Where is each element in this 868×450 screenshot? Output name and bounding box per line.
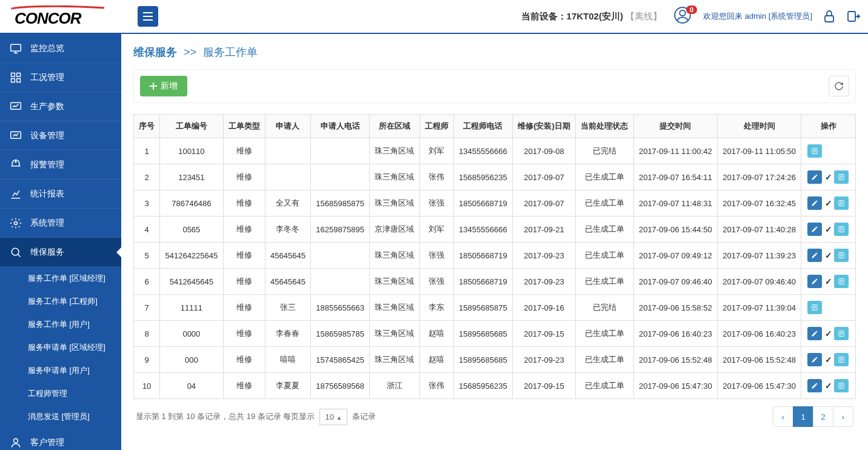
nav-item-7[interactable]: 维保服务 <box>0 238 121 267</box>
nav-label: 设备管理 <box>30 130 64 141</box>
cell: 2017-09-07 16:54:11 <box>633 164 717 190</box>
cell: 珠三角区域 <box>370 138 419 164</box>
cell: 珠三角区域 <box>370 295 419 321</box>
edit-button[interactable] <box>807 327 822 340</box>
cell: 10 <box>134 373 160 399</box>
edit-button[interactable] <box>807 353 822 366</box>
user-avatar[interactable]: 0 <box>674 7 693 26</box>
edit-button[interactable] <box>807 275 822 288</box>
menu-toggle-button[interactable] <box>138 6 158 27</box>
cell: 2017-09-07 11:39:04 <box>718 295 801 321</box>
nav-label: 工况管理 <box>30 72 64 83</box>
sub-nav-item-6[interactable]: 消息发送 [管理员] <box>0 405 121 428</box>
caret-up-icon: ▲ <box>336 415 342 421</box>
nav-item-5[interactable]: 统计报表 <box>0 180 121 209</box>
view-button[interactable] <box>834 379 849 392</box>
cell: 张强 <box>419 269 453 295</box>
cell: 18756589568 <box>311 373 370 399</box>
view-button[interactable] <box>834 327 849 340</box>
cell: 123451 <box>160 164 223 190</box>
cell: 李春春 <box>265 321 310 347</box>
nav-label: 统计报表 <box>30 189 64 200</box>
page-size-select[interactable]: 10▲ <box>319 409 347 425</box>
cell: 13455556666 <box>453 217 512 243</box>
logo-image: CONCOR <box>7 5 129 27</box>
page-button[interactable]: › <box>833 406 853 427</box>
edit-button[interactable] <box>807 379 822 392</box>
edit-button[interactable] <box>807 170 822 184</box>
cell: 珠三角区域 <box>370 190 419 217</box>
edit-button[interactable] <box>807 249 822 262</box>
service-icon <box>10 246 22 258</box>
check-icon: ✓ <box>823 172 834 182</box>
lock-icon[interactable] <box>822 9 836 24</box>
sub-nav-item-3[interactable]: 服务申请单 [区域经理] <box>0 336 121 359</box>
logout-icon[interactable] <box>846 9 861 24</box>
nav-label: 维保服务 <box>30 247 64 258</box>
nav-item-3[interactable]: 设备管理 <box>0 121 121 150</box>
table-footer: 显示第 1 到第 10 条记录，总共 19 条记录 每页显示 10▲ 条记录 ‹… <box>133 399 856 434</box>
cell <box>311 164 370 190</box>
svg-text:CONCOR: CONCOR <box>15 9 82 27</box>
cell: 维修 <box>223 347 265 373</box>
device-icon <box>10 130 22 142</box>
nav-item-6[interactable]: 系统管理 <box>0 209 121 238</box>
add-button-label: 新增 <box>161 81 178 92</box>
add-button[interactable]: 新增 <box>140 76 187 96</box>
sub-nav-item-4[interactable]: 服务申请单 [用户] <box>0 359 121 382</box>
cell: 0000 <box>160 321 223 347</box>
monitor-icon <box>10 42 22 55</box>
page-button[interactable]: 1 <box>793 406 813 427</box>
cell: 15745865425 <box>311 347 370 373</box>
edit-button[interactable] <box>807 196 822 210</box>
svg-rect-11 <box>12 78 15 82</box>
cell: 45645645 <box>265 269 310 295</box>
sub-nav-item-5[interactable]: 工程师管理 <box>0 382 121 405</box>
cell: 15685956235 <box>453 164 512 190</box>
cell: 2017-09-06 16:40:23 <box>633 321 717 347</box>
cell: 15685956235 <box>453 373 512 399</box>
cell: 张三 <box>265 295 310 321</box>
view-button[interactable] <box>834 170 849 184</box>
device-label: 当前设备： <box>521 11 567 21</box>
breadcrumb-main: 维保服务 <box>133 46 177 58</box>
column-header: 工程师 <box>419 115 453 138</box>
view-button[interactable] <box>807 144 822 158</box>
view-button[interactable] <box>834 275 849 288</box>
nav-item-8[interactable]: 客户管理 <box>0 428 121 450</box>
edit-button[interactable] <box>807 223 822 236</box>
cell: 李冬冬 <box>265 217 310 243</box>
nav-item-4[interactable]: 报警管理 <box>0 150 121 180</box>
svg-rect-12 <box>17 78 21 82</box>
cell: 11111 <box>160 295 223 321</box>
nav-item-1[interactable]: 工况管理 <box>0 63 121 92</box>
grid-icon <box>10 72 22 84</box>
view-button[interactable] <box>834 249 849 262</box>
column-header: 所在区域 <box>370 115 419 138</box>
notification-badge: 0 <box>686 5 697 14</box>
sidebar: 监控总览工况管理生产参数设备管理报警管理统计报表系统管理维保服务服务工作单 [区… <box>0 34 121 450</box>
cell: 浙江 <box>370 373 419 399</box>
device-info: 当前设备：17KT02(安川) 【离线】 <box>521 11 663 22</box>
cell: 2017-09-07 <box>512 190 575 217</box>
cell: 刘军 <box>419 217 453 243</box>
view-button[interactable] <box>834 353 849 366</box>
nav-label: 系统管理 <box>30 218 64 229</box>
cell: 维修 <box>223 295 265 321</box>
sub-nav-item-0[interactable]: 服务工作单 [区域经理] <box>0 267 121 290</box>
nav-item-0[interactable]: 监控总览 <box>0 34 121 63</box>
page-button[interactable]: 2 <box>813 406 833 427</box>
refresh-button[interactable] <box>829 76 849 96</box>
page-button[interactable]: ‹ <box>773 406 793 427</box>
view-button[interactable] <box>834 196 849 210</box>
data-table: 序号工单编号工单类型申请人申请人电话所在区域工程师工程师电话维修(安装)日期当前… <box>133 114 856 399</box>
cell: 已完结 <box>576 295 633 321</box>
column-header: 维修(安装)日期 <box>512 115 575 138</box>
cell: 100110 <box>160 138 223 164</box>
sub-nav-item-2[interactable]: 服务工作单 [用户] <box>0 313 121 336</box>
view-button[interactable] <box>807 301 822 314</box>
sub-nav-item-1[interactable]: 服务工作单 [工程师] <box>0 290 121 313</box>
view-button[interactable] <box>834 223 849 236</box>
cell: 2017-09-07 09:49:12 <box>633 243 717 269</box>
nav-item-2[interactable]: 生产参数 <box>0 92 121 121</box>
